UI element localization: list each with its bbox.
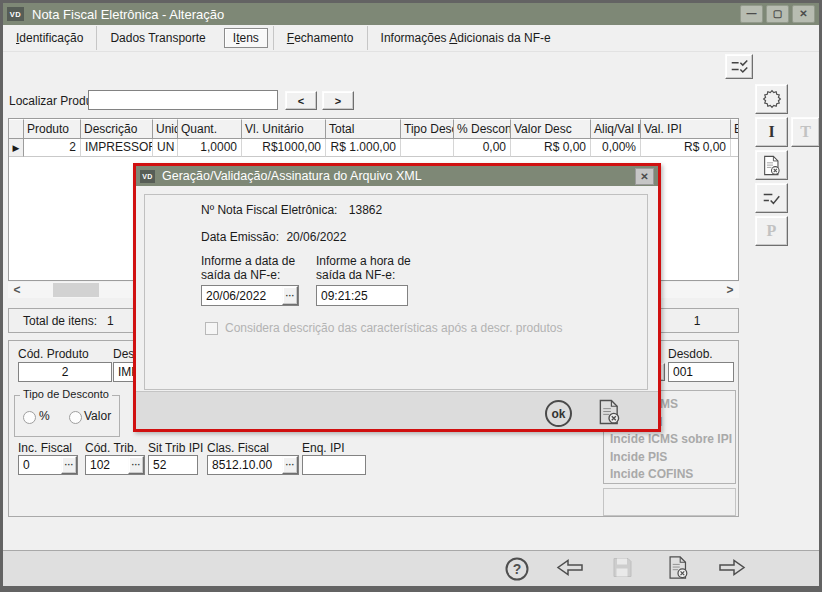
- floppy-disk-icon: [610, 555, 634, 579]
- sit-trib-ipi-input[interactable]: [148, 455, 198, 475]
- save-button-disabled[interactable]: [610, 555, 634, 582]
- column-header[interactable]: Total: [326, 119, 401, 139]
- nfe-number-line: Nº Nota Fiscal Eletrônica: 13862: [201, 203, 382, 217]
- product-code-input[interactable]: [18, 362, 112, 382]
- cod-trib-lookup-button[interactable]: ···: [128, 456, 144, 474]
- dialog-close-button[interactable]: ✕: [635, 168, 654, 185]
- radio-percent[interactable]: [23, 411, 36, 424]
- table-cell: R$ 0,00: [641, 139, 731, 157]
- column-header[interactable]: Unid: [153, 119, 178, 139]
- column-header[interactable]: Produto: [24, 119, 81, 139]
- tax-flag-label: Incide ICMS sobre IPI: [604, 431, 735, 449]
- help-button[interactable]: ?: [506, 557, 529, 580]
- window-title: Nota Fiscal Eletrônica - Alteração: [32, 7, 737, 22]
- emission-date-label: Data Emissão:: [201, 230, 279, 244]
- document-cancel-icon: [667, 555, 689, 579]
- app-logo-icon: VD: [140, 170, 155, 183]
- nfe-number-label: Nº Nota Fiscal Eletrônica:: [201, 203, 337, 217]
- scrollbar-thumb[interactable]: [53, 283, 99, 297]
- confirm-item-button[interactable]: [755, 183, 788, 213]
- cancel-item-button[interactable]: [755, 150, 788, 180]
- column-header[interactable]: % Desconto: [454, 119, 511, 139]
- dialog-content-box: Nº Nota Fiscal Eletrônica: 13862 Data Em…: [144, 194, 648, 390]
- dialog-cancel-button[interactable]: [597, 399, 621, 428]
- exit-time-label: Informe a hora desaída da NF-e:: [316, 254, 411, 282]
- inc-fiscal-field: ···: [18, 455, 78, 475]
- print-button-disabled[interactable]: P: [755, 216, 788, 246]
- table-cell: IMPRESSORA: [81, 139, 153, 157]
- table-cell: [731, 139, 739, 157]
- radio-valor[interactable]: [69, 411, 82, 424]
- scroll-right-icon[interactable]: >: [721, 282, 739, 298]
- next-record-button[interactable]: [717, 557, 747, 580]
- column-header[interactable]: Vl. Unitário: [242, 119, 326, 139]
- column-header[interactable]: Aliq/Val IP: [591, 119, 641, 139]
- empty-panel: [603, 488, 736, 516]
- scroll-left-icon[interactable]: <: [8, 282, 26, 298]
- table-cell: 0,00: [454, 139, 511, 157]
- document-cancel-icon: [597, 399, 621, 425]
- search-input[interactable]: [88, 90, 278, 110]
- radio-percent-label: %: [39, 409, 50, 423]
- characteristics-checkbox-label: Considera descrição das características …: [225, 321, 563, 335]
- sit-trib-ipi-label: Sit Trib IPI: [148, 441, 203, 455]
- nfe-number-value: 13862: [349, 203, 382, 217]
- table-cell: UN: [153, 139, 178, 157]
- table-cell: 0,00%: [591, 139, 641, 157]
- exit-date-lookup-button[interactable]: ···: [282, 286, 298, 305]
- emission-date-line: Data Emissão: 20/06/2022: [201, 230, 346, 244]
- column-header[interactable]: Descrição: [81, 119, 153, 139]
- previous-item-button[interactable]: <: [285, 91, 317, 110]
- tab[interactable]: Dados Transporte: [96, 26, 218, 50]
- tax-flag-label: Incide PIS: [604, 449, 735, 467]
- item-number-box: 1: [655, 308, 739, 333]
- table-cell: [401, 139, 454, 157]
- close-button[interactable]: ✕: [792, 5, 815, 23]
- table-row[interactable]: ▶2IMPRESSORAUN1,0000R$1000,00R$ 1.000,00…: [9, 139, 739, 157]
- clas-fiscal-lookup-button[interactable]: ···: [282, 456, 298, 474]
- tab[interactable]: Informações Adicionais da NF-e: [367, 26, 564, 50]
- table-cell: 1,0000: [178, 139, 242, 157]
- exit-time-input[interactable]: [316, 285, 408, 306]
- maximize-button[interactable]: ▢: [766, 5, 789, 23]
- discount-type-legend: Tipo de Desconto: [20, 388, 112, 400]
- tab[interactable]: Itens: [224, 28, 268, 48]
- column-header[interactable]: Tipo Desc.: [401, 119, 454, 139]
- cancel-record-button[interactable]: [667, 555, 689, 582]
- column-header[interactable]: E: [731, 119, 739, 139]
- characteristics-checkbox[interactable]: [205, 322, 218, 335]
- table-header: ProdutoDescriçãoUnidQuant.Vl. UnitárioTo…: [9, 119, 739, 139]
- document-cancel-icon: [762, 155, 781, 176]
- radio-valor-label: Valor: [84, 409, 111, 423]
- exit-date-field: ···: [201, 285, 299, 306]
- title-bar: VD Nota Fiscal Eletrônica - Alteração — …: [3, 3, 819, 25]
- previous-record-button[interactable]: [555, 557, 585, 580]
- enq-ipi-input[interactable]: [302, 455, 366, 475]
- column-header[interactable]: [9, 119, 24, 139]
- xml-generation-dialog: VD Geração/Validação/Assinatura do Arqui…: [133, 163, 661, 432]
- settings-button[interactable]: [755, 84, 788, 114]
- cod-trib-field: ···: [85, 455, 145, 475]
- tab[interactable]: Identificação: [3, 26, 96, 50]
- double-check-list-icon: [730, 59, 749, 75]
- item-info-button[interactable]: I: [755, 117, 788, 147]
- total-items-value: 1: [107, 314, 114, 328]
- dialog-button-strip: [136, 391, 658, 429]
- desdob-input[interactable]: [668, 362, 734, 382]
- tab[interactable]: Fechamento: [273, 26, 367, 50]
- inc-fiscal-label: Inc. Fiscal: [18, 441, 72, 455]
- text-button-disabled[interactable]: T: [791, 117, 820, 147]
- enq-ipi-label: Enq. IPI: [302, 441, 345, 455]
- column-header[interactable]: Quant.: [178, 119, 242, 139]
- column-header[interactable]: Valor Desc: [511, 119, 591, 139]
- next-item-button[interactable]: >: [322, 91, 354, 110]
- ok-button[interactable]: ok: [545, 400, 572, 427]
- minimize-button[interactable]: —: [740, 5, 763, 23]
- arrow-right-icon: [717, 557, 747, 577]
- clas-fiscal-label: Clas. Fiscal: [207, 441, 269, 455]
- confirm-all-button[interactable]: [725, 54, 753, 79]
- exit-date-label: Informe a data desaída da NF-e:: [201, 254, 295, 282]
- app-logo-icon: VD: [7, 7, 24, 21]
- inc-fiscal-lookup-button[interactable]: ···: [61, 456, 77, 474]
- column-header[interactable]: Val. IPI: [641, 119, 731, 139]
